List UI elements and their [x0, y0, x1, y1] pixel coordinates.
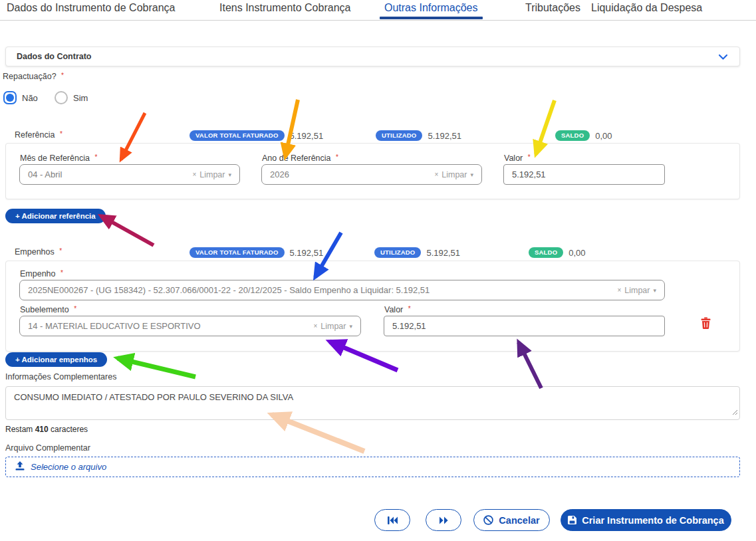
caret-down-icon: ▾ [228, 171, 231, 178]
empenho-label: Empenho [20, 269, 63, 278]
tab-liquidacao-despesa[interactable]: Liquidação da Despesa [591, 2, 702, 14]
contract-panel-header[interactable]: Dados do Contrato [5, 47, 740, 66]
fast-forward-icon [440, 516, 448, 524]
adicionar-referencia-button[interactable]: + Adicionar referência [5, 209, 106, 223]
informacoes-complementares-textarea[interactable]: CONSUMO IMEDIATO / ATESTADO POR PAULO SE… [5, 386, 740, 420]
empenhos-label: Empenhos [15, 247, 62, 257]
arrow-adicionar-referencia [101, 216, 154, 245]
arrow-informacoes [272, 415, 364, 451]
ano-clear-button[interactable]: × Limpar ▾ [434, 170, 473, 179]
badge-utilizado: UTILIZADO 5.192,51 [374, 247, 460, 258]
mes-referencia-label: Mês de Referência [20, 154, 97, 163]
tab-itens-instrumento[interactable]: Itens Instrumento Cobrança [219, 2, 350, 14]
repactuacao-label: Repactuação? [3, 72, 64, 81]
badge-valor-total-faturado: VALOR TOTAL FATURADO 5.192,51 [189, 247, 323, 258]
clear-x-icon: × [192, 171, 196, 178]
tab-outras-informacoes[interactable]: Outras Informações [384, 2, 478, 14]
mes-clear-button[interactable]: × Limpar ▾ [192, 170, 231, 179]
caret-down-icon: ▾ [653, 287, 656, 294]
page: Dados do Instrumento de Cobrança Itens I… [0, 0, 756, 541]
arquivo-complementar-label: Arquivo Complementar [5, 443, 90, 453]
tab-tributacoes[interactable]: Tributações [525, 2, 580, 14]
badge-valor-total-faturado: VALOR TOTAL FATURADO 5.192,51 [189, 130, 323, 141]
radio-nao[interactable] [3, 91, 17, 104]
adicionar-empenhos-button[interactable]: + Adicionar empenhos [5, 352, 107, 367]
subelemento-select[interactable]: 14 - MATERIAL EDUCATIVO E ESPORTIVO × Li… [19, 316, 361, 336]
valor-referencia-input[interactable]: 5.192,51 [503, 164, 665, 185]
trash-icon [701, 317, 711, 329]
mes-referencia-select[interactable]: 04 - Abril × Limpar ▾ [19, 164, 240, 185]
skip-start-icon [388, 516, 398, 524]
nav-forward-button[interactable] [426, 509, 461, 531]
upload-label: Selecione o arquivo [31, 462, 106, 472]
empenho-select[interactable]: 2025NE000267 - (UG 158342) - 52.307.066/… [19, 280, 665, 300]
submit-button[interactable]: Criar Instrumento de Cobrança [561, 509, 731, 531]
caret-down-icon: ▾ [349, 323, 352, 330]
valor-referencia-label: Valor [504, 154, 531, 163]
tab-dados-instrumento[interactable]: Dados do Instrumento de Cobrança [7, 2, 175, 14]
clear-x-icon: × [434, 171, 438, 178]
radio-sim[interactable] [55, 91, 68, 104]
empenhos-panel [5, 261, 740, 352]
valor-empenho-label: Valor [384, 305, 411, 314]
empenho-clear-button[interactable]: × Limpar ▾ [617, 286, 656, 295]
chars-remaining: Restam 410 caracteres [5, 425, 88, 434]
contract-panel-title: Dados do Contrato [17, 52, 92, 61]
referencia-label: Referência [15, 130, 63, 140]
delete-empenho-button[interactable] [701, 317, 711, 331]
ano-referencia-label: Ano de Referência [262, 154, 338, 163]
ano-referencia-select[interactable]: 2026 × Limpar ▾ [261, 164, 482, 185]
arrow-adicionar-empenhos [118, 358, 195, 377]
informacoes-complementares-label: Informações Complementares [5, 372, 116, 381]
file-upload-area[interactable]: Selecione o arquivo [5, 457, 740, 477]
cancel-icon [483, 515, 493, 525]
caret-down-icon: ▾ [470, 171, 473, 178]
badge-saldo: SALDO 0,00 [555, 130, 612, 141]
subelemento-label: Subelemento [20, 305, 76, 314]
upload-icon [15, 461, 25, 473]
chevron-down-icon[interactable] [719, 51, 727, 62]
clear-x-icon: × [617, 286, 621, 294]
cancel-button[interactable]: Cancelar [473, 509, 550, 531]
badge-saldo: SALDO 0,00 [529, 247, 586, 258]
radio-sim-label: Sim [73, 93, 88, 103]
nav-first-button[interactable] [374, 509, 410, 531]
save-icon [568, 516, 576, 524]
clear-x-icon: × [313, 322, 317, 330]
badge-utilizado: UTILIZADO 5.192,51 [376, 130, 461, 141]
subelemento-clear-button[interactable]: × Limpar ▾ [313, 322, 352, 331]
informacoes-complementares-field: CONSUMO IMEDIATO / ATESTADO POR PAULO SE… [5, 386, 740, 420]
tab-bar: Dados do Instrumento de Cobrança Itens I… [0, 0, 756, 21]
valor-empenho-input[interactable]: 5.192,51 [384, 316, 665, 336]
radio-nao-label: Não [22, 93, 38, 103]
